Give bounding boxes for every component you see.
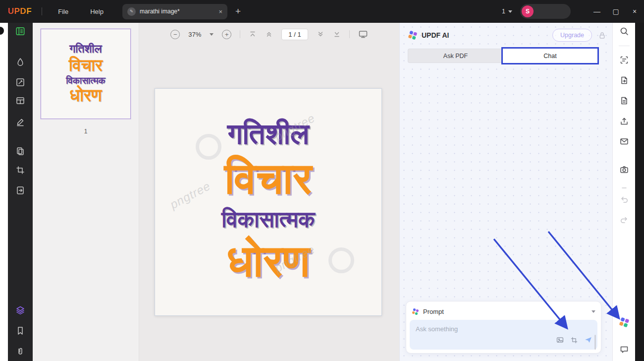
undo-icon bbox=[619, 194, 629, 204]
ocr-button[interactable] bbox=[619, 55, 630, 65]
updf-ai-panel: UPDF AI Upgrade Ask PDF Chat Prompt bbox=[399, 23, 612, 361]
tool-layers[interactable] bbox=[14, 304, 26, 316]
paperclip-icon bbox=[15, 346, 25, 356]
prompt-mode-icon bbox=[412, 308, 419, 315]
presentation-mode-button[interactable] bbox=[358, 29, 368, 39]
tool-fill-sign[interactable] bbox=[14, 116, 26, 128]
toolbar-divider bbox=[349, 30, 350, 38]
upgrade-button[interactable]: Upgrade bbox=[552, 29, 592, 42]
updf-ai-button[interactable] bbox=[619, 317, 630, 328]
prompt-input[interactable] bbox=[416, 325, 565, 333]
thumbnail-page-number: 1 bbox=[41, 128, 131, 135]
zoom-dropdown-icon[interactable] bbox=[210, 33, 214, 36]
prompt-dropdown-icon[interactable] bbox=[591, 310, 595, 313]
prompt-input-area[interactable] bbox=[410, 320, 597, 350]
annotate-icon bbox=[15, 57, 25, 67]
open-docs-dropdown[interactable]: 1 bbox=[502, 8, 512, 15]
thumb-line: विकासात्मक bbox=[66, 75, 106, 86]
edit-pdf-icon bbox=[15, 77, 25, 87]
minimize-button[interactable]: — bbox=[588, 0, 606, 23]
convert-file-button[interactable] bbox=[619, 75, 630, 86]
ai-tabs: Ask PDF Chat bbox=[408, 49, 597, 63]
forms-icon bbox=[15, 96, 25, 106]
bookmark-icon bbox=[15, 326, 25, 336]
prompt-scrollbar[interactable] bbox=[594, 335, 596, 350]
prompt-mode-label: Prompt bbox=[423, 308, 444, 315]
document-tab[interactable]: ✎ marathi image* × bbox=[122, 4, 227, 19]
layers-icon bbox=[15, 305, 25, 315]
account-pill[interactable]: S bbox=[520, 4, 571, 19]
titlebar-divider bbox=[42, 7, 42, 15]
maximize-button[interactable]: ▢ bbox=[606, 0, 625, 23]
extract-page-button[interactable] bbox=[619, 95, 630, 106]
previous-page-button[interactable] bbox=[265, 30, 273, 38]
right-toolbar bbox=[612, 23, 635, 361]
ai-panel-title: UPDF AI bbox=[422, 31, 449, 39]
comments-button[interactable] bbox=[619, 344, 630, 355]
tool-attachments[interactable] bbox=[14, 345, 26, 357]
tab-ask-pdf[interactable]: Ask PDF bbox=[408, 49, 503, 63]
page-thumbnail[interactable]: गतिशील विचार विकासात्मक धोरण bbox=[41, 29, 131, 119]
updf-logo: UPDF bbox=[8, 6, 32, 16]
share-icon bbox=[619, 117, 629, 126]
toolbar-divider bbox=[619, 46, 630, 46]
first-page-button[interactable] bbox=[249, 30, 257, 38]
watermark-logo bbox=[196, 134, 221, 160]
document-canvas[interactable]: pngtree pngtree pngtree गतिशील विचार विक… bbox=[139, 43, 399, 361]
lock-icon bbox=[598, 31, 606, 40]
new-tab-button[interactable]: + bbox=[235, 6, 241, 17]
capture-button[interactable] bbox=[619, 164, 630, 175]
menu-file[interactable]: File bbox=[52, 5, 74, 18]
tab-edit-icon: ✎ bbox=[127, 7, 136, 16]
left-gutter bbox=[0, 23, 8, 361]
convert-file-icon bbox=[619, 75, 629, 85]
share-button[interactable] bbox=[619, 116, 630, 127]
tab-chat[interactable]: Chat bbox=[503, 49, 597, 63]
tool-page-thumbnails[interactable] bbox=[14, 25, 26, 37]
tool-edit-pdf[interactable] bbox=[14, 76, 26, 88]
toolbar-minus-divider bbox=[619, 182, 630, 193]
organize-pages-icon bbox=[15, 146, 25, 156]
send-icon[interactable] bbox=[584, 336, 592, 346]
zoom-in-button[interactable]: + bbox=[222, 30, 231, 39]
redo-button[interactable] bbox=[619, 214, 630, 225]
convert-icon bbox=[15, 185, 25, 195]
close-button[interactable]: × bbox=[625, 0, 644, 23]
next-page-button[interactable] bbox=[317, 30, 324, 38]
camera-icon bbox=[619, 165, 629, 175]
zoom-out-button[interactable]: − bbox=[170, 30, 180, 39]
thumbnail-panel: गतिशील विचार विकासात्मक धोरण 1 bbox=[33, 23, 139, 361]
undo-button[interactable] bbox=[619, 194, 630, 205]
tool-convert[interactable] bbox=[14, 184, 26, 196]
screenshot-icon[interactable] bbox=[570, 336, 578, 346]
thumbnails-panel-icon bbox=[15, 26, 26, 37]
tab-close-icon[interactable]: × bbox=[218, 8, 222, 15]
redo-icon bbox=[619, 215, 629, 225]
avatar[interactable]: S bbox=[522, 5, 534, 17]
email-button[interactable] bbox=[619, 136, 630, 147]
tool-crop-pages[interactable] bbox=[14, 164, 26, 176]
tab-title: marathi image* bbox=[140, 8, 215, 15]
menu-help[interactable]: Help bbox=[84, 5, 109, 18]
tool-organize-pages[interactable] bbox=[14, 145, 26, 157]
panel-collapse-handle[interactable] bbox=[0, 27, 4, 35]
fill-sign-icon bbox=[15, 117, 25, 127]
tool-forms[interactable] bbox=[14, 95, 26, 107]
page-indicator[interactable]: 1 / 1 bbox=[281, 29, 308, 40]
pdf-page[interactable]: pngtree pngtree pngtree गतिशील विचार विक… bbox=[155, 88, 382, 316]
previous-page-icon bbox=[265, 30, 273, 38]
updf-ai-icon bbox=[619, 317, 630, 328]
toolbar-divider bbox=[240, 30, 240, 38]
tool-annotate[interactable] bbox=[14, 56, 26, 68]
comment-bubble-icon bbox=[619, 345, 629, 355]
search-icon bbox=[619, 26, 629, 36]
prompt-header: Prompt bbox=[410, 305, 597, 318]
image-upload-icon[interactable] bbox=[556, 336, 564, 346]
tool-bookmarks[interactable] bbox=[14, 325, 26, 337]
crop-icon bbox=[15, 165, 25, 175]
prompt-toolbar bbox=[556, 336, 592, 346]
search-button[interactable] bbox=[619, 26, 630, 37]
titlebar: UPDF File Help ✎ marathi image* × + 1 S … bbox=[0, 0, 644, 23]
last-page-button[interactable] bbox=[333, 30, 341, 38]
thumb-line: गतिशील bbox=[69, 43, 102, 55]
